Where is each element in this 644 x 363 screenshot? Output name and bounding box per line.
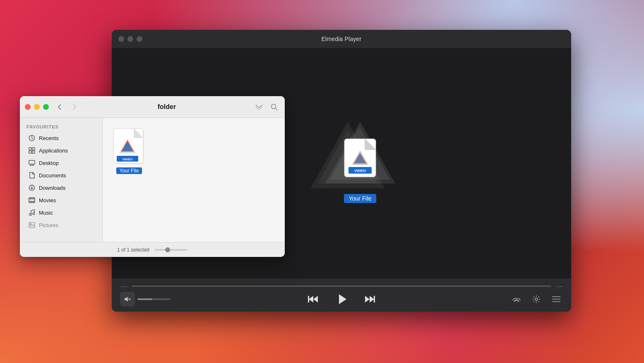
- svg-rect-28: [29, 148, 31, 150]
- finder-maximize-button[interactable]: [43, 104, 49, 110]
- sidebar-section-label: Favourites: [20, 123, 102, 132]
- volume-button[interactable]: [120, 292, 135, 307]
- svg-marker-14: [309, 296, 313, 302]
- sidebar-label-recents: Recents: [39, 135, 59, 141]
- svg-rect-32: [29, 160, 35, 164]
- sidebar-item-applications[interactable]: Applications: [22, 144, 101, 157]
- finder-titlebar: folder: [20, 96, 285, 118]
- svg-rect-31: [32, 151, 35, 153]
- selected-count: 1 of 1 selected: [117, 247, 149, 253]
- file-item-label: Your File: [116, 167, 142, 174]
- sidebar-label-applications: Applications: [39, 148, 68, 154]
- playback-controls: [305, 289, 378, 309]
- previous-button[interactable]: [305, 291, 322, 307]
- finder-location: folder: [84, 103, 250, 111]
- player-maximize-button[interactable]: [137, 36, 142, 42]
- playlist-button[interactable]: [550, 293, 563, 306]
- desktop-icon: [28, 159, 36, 167]
- finder-main: VIDEO Your File: [103, 118, 285, 242]
- finder-statusbar: 1 of 1 selected: [20, 242, 285, 257]
- finder-minimize-button[interactable]: [34, 104, 40, 110]
- progress-track[interactable]: [132, 286, 552, 287]
- sidebar-label-music: Music: [39, 210, 53, 216]
- finder-nav-icons: [253, 101, 280, 113]
- time-start: --:--: [120, 283, 127, 288]
- sidebar-item-movies[interactable]: Movies: [22, 194, 101, 206]
- movies-icon: [28, 196, 36, 204]
- sidebar-item-music[interactable]: Music: [22, 206, 101, 219]
- file-icon: VIDEO: [113, 128, 146, 165]
- svg-marker-11: [125, 297, 128, 302]
- sidebar-label-pictures: Pictures: [39, 222, 58, 228]
- sidebar-item-downloads[interactable]: Downloads: [22, 182, 101, 194]
- player-file-display: VIDEO Your File: [327, 123, 393, 203]
- svg-point-48: [33, 213, 35, 215]
- controls-row: [112, 292, 571, 307]
- right-controls: [510, 293, 563, 306]
- airplay-button[interactable]: [510, 293, 523, 306]
- svg-marker-19: [370, 296, 374, 302]
- sidebar-item-documents[interactable]: Documents: [22, 169, 101, 182]
- finder-back-button[interactable]: [54, 101, 65, 113]
- player-close-button[interactable]: [118, 36, 124, 42]
- downloads-icon: [28, 184, 36, 191]
- sidebar-item-recents[interactable]: Recents: [22, 132, 101, 144]
- sidebar-label-downloads: Downloads: [39, 185, 65, 191]
- svg-marker-18: [365, 296, 370, 302]
- settings-button[interactable]: [530, 293, 543, 306]
- sidebar-item-desktop[interactable]: Desktop: [22, 157, 101, 169]
- documents-icon: [28, 172, 36, 179]
- svg-marker-15: [313, 296, 318, 302]
- sidebar-label-movies: Movies: [39, 197, 56, 203]
- finder-sidebar: Favourites Recents: [20, 118, 103, 242]
- sidebar-item-pictures[interactable]: Pictures: [22, 219, 101, 231]
- next-button[interactable]: [361, 291, 378, 307]
- svg-rect-20: [374, 296, 375, 302]
- applications-icon: [28, 147, 36, 154]
- pictures-icon: [28, 221, 36, 229]
- svg-point-21: [535, 298, 538, 300]
- volume-slider[interactable]: [137, 298, 171, 300]
- time-end: --:--: [555, 283, 563, 288]
- music-icon: [28, 209, 36, 216]
- finder-search-button[interactable]: [268, 101, 280, 113]
- player-minimize-button[interactable]: [127, 36, 133, 42]
- player-traffic-lights: [118, 36, 142, 42]
- svg-rect-16: [308, 296, 309, 302]
- svg-text:VIDEO: VIDEO: [354, 169, 366, 173]
- finder-traffic-lights: [25, 104, 49, 110]
- svg-rect-29: [32, 148, 35, 150]
- player-title: Elmedia Player: [322, 36, 362, 42]
- player-file-label: Your File: [344, 194, 377, 203]
- svg-text:VIDEO: VIDEO: [123, 157, 133, 161]
- progress-bar-container: --:-- --:--: [112, 283, 571, 288]
- finder-close-button[interactable]: [25, 104, 31, 110]
- sidebar-label-documents: Documents: [39, 172, 66, 179]
- finder-window: folder Favourites: [20, 96, 285, 257]
- finder-forward-button[interactable]: [69, 101, 80, 113]
- volume-group: [120, 292, 171, 307]
- svg-marker-17: [339, 294, 346, 304]
- zoom-thumb: [165, 247, 170, 252]
- finder-body: Favourites Recents: [20, 118, 285, 242]
- finder-files: VIDEO Your File: [109, 124, 278, 235]
- clock-icon: [28, 134, 36, 142]
- play-button[interactable]: [332, 289, 351, 309]
- finder-more-button[interactable]: [253, 101, 265, 113]
- svg-point-47: [29, 213, 31, 215]
- sidebar-label-desktop: Desktop: [39, 160, 59, 166]
- svg-point-25: [272, 104, 276, 109]
- svg-line-26: [276, 108, 278, 110]
- file-item[interactable]: VIDEO Your File: [109, 124, 149, 177]
- player-controls-bar: --:-- --:--: [112, 278, 571, 312]
- player-titlebar: Elmedia Player: [112, 30, 571, 48]
- svg-rect-30: [29, 151, 31, 153]
- zoom-slider[interactable]: [154, 249, 187, 251]
